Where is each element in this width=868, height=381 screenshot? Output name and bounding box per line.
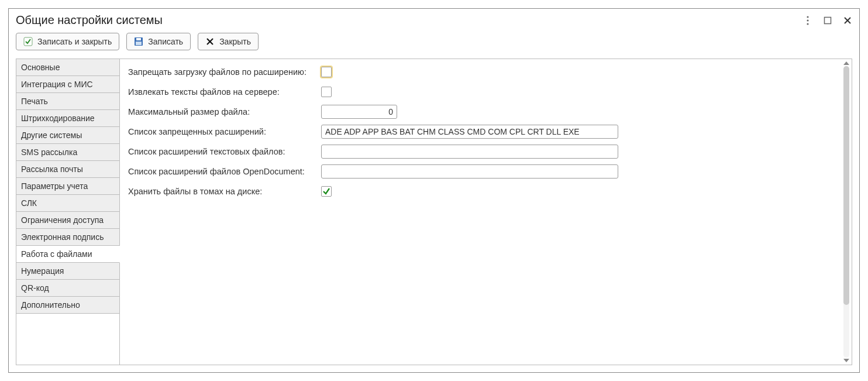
tab-barcoding[interactable]: Штрихкодирование [16,110,120,127]
window-controls [803,16,852,25]
svg-rect-9 [136,42,142,45]
tab-print[interactable]: Печать [16,93,120,110]
input-forbidden-ext[interactable] [321,125,618,139]
svg-point-1 [807,19,808,21]
floppy-icon [134,37,143,46]
save-close-label: Записать и закрыть [37,37,112,46]
tab-mis-integration[interactable]: Интеграция с МИС [16,76,120,93]
tab-esign[interactable]: Электронная подпись [16,229,120,246]
label-text-ext: Список расширений текстовых файлов: [128,147,321,156]
settings-window: Общие настройки системы Записать и закры… [8,8,860,373]
checkbox-store-volumes[interactable] [321,186,332,197]
scrollbar[interactable] [842,61,850,362]
tab-main[interactable]: Основные [16,59,120,76]
checkbox-extract-text[interactable] [321,87,332,97]
input-od-ext[interactable] [321,164,618,179]
row-max-size: Максимальный размер файла: [128,105,843,119]
row-text-ext: Список расширений текстовых файлов: [128,145,843,159]
label-store-volumes: Хранить файлы в томах на диске: [128,187,321,196]
row-od-ext: Список расширений файлов OpenDocument: [128,164,843,179]
row-forbidden-ext: Список запрещенных расширений: [128,125,843,139]
tab-sms[interactable]: SMS рассылка [16,144,120,161]
titlebar: Общие настройки системы [9,9,859,30]
save-close-icon [23,37,33,46]
tab-additional[interactable]: Дополнительно [16,297,120,314]
page-title: Общие настройки системы [16,13,163,27]
close-button[interactable]: Закрыть [198,33,259,50]
tab-filler [16,314,120,365]
input-text-ext[interactable] [321,145,618,159]
row-store-volumes: Хранить файлы в томах на диске: [128,184,843,198]
maximize-icon[interactable] [823,16,832,25]
tab-files[interactable]: Работа с файлами [16,246,120,263]
label-od-ext: Список расширений файлов OpenDocument: [128,167,321,176]
close-label: Закрыть [219,37,251,46]
tab-mail[interactable]: Рассылка почты [16,161,120,178]
label-forbidden-ext: Список запрещенных расширений: [128,127,321,136]
save-button[interactable]: Записать [126,33,191,50]
svg-rect-8 [136,38,141,40]
tabs-sidebar: Основные Интеграция с МИС Печать Штрихко… [16,59,120,365]
scroll-track[interactable] [843,66,849,358]
tab-slk[interactable]: СЛК [16,195,120,212]
input-max-size[interactable] [321,105,397,119]
save-label: Записать [148,37,183,46]
tab-accounting-params[interactable]: Параметры учета [16,178,120,195]
save-and-close-button[interactable]: Записать и закрыть [16,33,119,50]
scroll-up-icon[interactable] [843,61,849,65]
tab-other-systems[interactable]: Другие системы [16,127,120,144]
row-forbid-upload: Запрещать загрузку файлов по расширению: [128,65,843,79]
svg-rect-3 [825,17,831,23]
scroll-thumb[interactable] [843,66,849,305]
tab-access-restrictions[interactable]: Ограничения доступа [16,212,120,229]
svg-point-0 [807,16,808,18]
label-max-size: Максимальный размер файла: [128,107,321,116]
kebab-menu-icon[interactable] [803,16,812,25]
row-extract-text: Извлекать тексты файлов на сервере: [128,85,843,99]
label-extract-text: Извлекать тексты файлов на сервере: [128,87,321,97]
tab-numbering[interactable]: Нумерация [16,263,120,280]
close-icon [205,37,215,46]
body: Основные Интеграция с МИС Печать Штрихко… [9,59,859,372]
tab-qr[interactable]: QR-код [16,280,120,297]
tab-content: Запрещать загрузку файлов по расширению:… [120,59,852,365]
label-forbid-upload: Запрещать загрузку файлов по расширению: [128,67,321,77]
checkbox-forbid-upload[interactable] [321,67,332,77]
close-window-icon[interactable] [843,16,852,25]
scroll-down-icon[interactable] [843,359,849,362]
svg-point-2 [807,23,808,25]
toolbar: Записать и закрыть Записать Закрыть [9,30,859,59]
